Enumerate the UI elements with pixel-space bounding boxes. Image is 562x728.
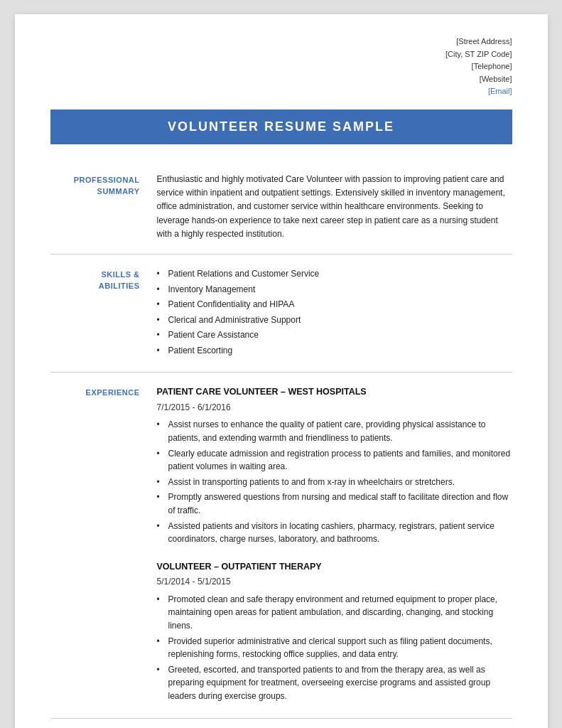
contact-telephone: [Telephone] <box>50 60 512 73</box>
skills-label: SKILLS &ABILITIES <box>50 267 157 360</box>
job-bullet-item: Provided superior administrative and cle… <box>157 635 512 661</box>
contact-city: [City, ST ZIP Code] <box>50 48 512 61</box>
job-bullet-item: Assist in transporting patients to and f… <box>157 476 512 489</box>
education-section: EDUCATION/CERTIFICATION HIGH SCHOOL DIPL… <box>50 719 512 729</box>
skills-section: SKILLS &ABILITIES Patient Relations and … <box>50 255 512 373</box>
resume-header: VOLUNTEER RESUME SAMPLE <box>50 109 512 144</box>
job-bullet-item: Promoted clean and safe therapy environm… <box>157 593 512 633</box>
contact-address: [Street Address] <box>50 36 512 48</box>
experience-label: EXPERIENCE <box>50 385 157 705</box>
job-bullets-1: Promoted clean and safe therapy environm… <box>157 593 512 703</box>
contact-info: [Street Address] [City, ST ZIP Code] [Te… <box>50 36 512 98</box>
professional-summary-content: Enthusiastic and highly motivated Care V… <box>157 173 512 241</box>
experience-content: PATIENT CARE VOLUNTEER – WEST HOSPITALS7… <box>157 385 512 705</box>
skills-content: Patient Relations and Customer ServiceIn… <box>157 267 512 360</box>
header-title: VOLUNTEER RESUME SAMPLE <box>168 119 394 134</box>
job-dates-0: 7/1/2015 - 6/1/2016 <box>157 401 512 414</box>
summary-text: Enthusiastic and highly motivated Care V… <box>157 173 512 241</box>
job-bullet-item: Assisted patients and visitors in locati… <box>157 520 512 546</box>
skill-item: Patient Care Assistance <box>157 328 512 342</box>
skill-item: Patient Escorting <box>157 344 512 358</box>
professional-summary-section: PROFESSIONALSUMMARY Enthusiastic and hig… <box>50 160 512 255</box>
skill-item: Patient Confidentiality and HIPAA <box>157 298 512 311</box>
contact-website: [Website] <box>50 73 512 86</box>
job-block-1: VOLUNTEER – OUTPATIENT THERAPY5/1/2014 -… <box>157 560 512 703</box>
experience-section: EXPERIENCE PATIENT CARE VOLUNTEER – WEST… <box>50 373 512 718</box>
contact-email: [Email] <box>50 85 512 98</box>
resume-page: [Street Address] [City, ST ZIP Code] [Te… <box>15 14 548 728</box>
job-bullet-item: Greeted, escorted, and transported patie… <box>157 663 512 703</box>
job-bullet-item: Promptly answered questions from nursing… <box>157 491 512 517</box>
job-bullet-item: Clearly educate admission and registrati… <box>157 447 512 473</box>
skill-item: Inventory Management <box>157 283 512 296</box>
job-bullets-0: Assist nurses to enhance the quality of … <box>157 418 512 545</box>
skill-item: Clerical and Administrative Support <box>157 314 512 327</box>
job-dates-1: 5/1/2014 - 5/1/2015 <box>157 575 512 589</box>
skills-list: Patient Relations and Customer ServiceIn… <box>157 267 512 358</box>
job-block-0: PATIENT CARE VOLUNTEER – WEST HOSPITALS7… <box>157 385 512 545</box>
skill-item: Patient Relations and Customer Service <box>157 267 512 281</box>
job-title-0: PATIENT CARE VOLUNTEER – WEST HOSPITALS <box>157 385 512 399</box>
job-title-1: VOLUNTEER – OUTPATIENT THERAPY <box>157 560 512 574</box>
professional-summary-label: PROFESSIONALSUMMARY <box>50 173 157 241</box>
job-bullet-item: Assist nurses to enhance the quality of … <box>157 418 512 444</box>
